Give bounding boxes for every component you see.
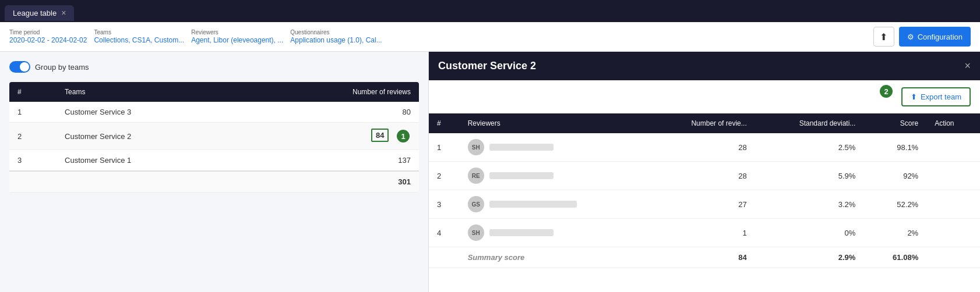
table-row[interactable]: 1 Customer Service 3 80 [9,102,419,123]
summary-empty [429,247,460,268]
total-row: 301 [9,171,419,193]
configuration-button[interactable]: ⚙ Configuration [899,27,971,47]
reviewer-name-blurred [489,172,554,179]
reviews-cell: 27 [647,190,755,219]
summary-score: 61.08% [863,247,926,268]
action-cell [926,190,980,219]
detail-col-score: Score [863,113,926,133]
summary-row: Summary score 84 2.9% 61.08% [429,247,980,268]
reviews-cell: 137 [247,150,419,172]
questionnaires-value: Application usage (1.0), Cal... [290,36,382,44]
panel-toolbar: 2 ⬆ Export team [429,80,980,113]
tab-bar: League table × [0,0,980,22]
step-badge-1: 1 [396,129,411,144]
panel-title: Customer Service 2 [438,60,536,72]
action-cell [926,219,980,247]
upload-button[interactable]: ⬆ [873,27,894,47]
total-empty-team [57,171,247,193]
group-toggle-switch[interactable] [9,61,30,73]
filter-reviewers[interactable]: Reviewers Agent, Libor (eleveoagent), ..… [191,29,283,44]
summary-action [926,247,980,268]
right-panel: Customer Service 2 × 2 ⬆ Export team # R… [428,52,980,292]
filter-teams[interactable]: Teams Collections, CS1A, Custom... [94,29,184,44]
detail-col-rank: # [429,113,460,133]
stddev-cell: 2.5% [755,133,864,162]
league-table-tab[interactable]: League table × [5,5,74,21]
summary-label-cell: Summary score [460,247,648,268]
reviewer-cell: RE [460,162,648,190]
rank-cell: 4 [429,219,460,247]
table-row[interactable]: 2 RE 28 5.9% 92% [429,162,980,190]
detail-col-action: Action [926,113,980,133]
col-reviews: Number of reviews [247,82,419,102]
detail-col-reviewers: Reviewers [460,113,648,133]
rank-cell: 2 [429,162,460,190]
reviews-cell: 80 [247,102,419,123]
rank-cell: 3 [429,190,460,219]
table-row[interactable]: 1 SH 28 2.5% 98.1% [429,133,980,162]
export-icon: ⬆ [911,92,917,101]
reviewer-cell: GS [460,190,648,219]
export-team-button[interactable]: ⬆ Export team [901,87,971,106]
team-cell: Customer Service 2 [57,123,247,150]
col-teams: Teams [57,82,247,102]
filter-actions: ⬆ ⚙ Configuration [873,27,971,47]
teams-value: Collections, CS1A, Custom... [94,36,184,44]
filter-bar: Time period 2020-02-02 - 2024-02-02 Team… [0,22,980,52]
team-cell: Customer Service 1 [57,150,247,172]
detail-col-reviews: Number of revie... [647,113,755,133]
toggle-knob [20,62,29,72]
filter-time-period[interactable]: Time period 2020-02-02 - 2024-02-02 [9,29,87,44]
total-empty-rank [9,171,57,193]
table-row[interactable]: 2 Customer Service 2 84 1 [9,123,419,150]
reviewers-value: Agent, Libor (eleveoagent), ... [191,36,283,44]
sliders-icon: ⚙ [907,33,914,41]
upload-icon: ⬆ [880,31,887,42]
export-label: Export team [921,92,961,101]
avatar: RE [468,168,484,184]
action-cell [926,133,980,162]
highlighted-value: 84 [371,129,389,142]
time-period-label: Time period [9,29,87,35]
teams-label: Teams [94,29,184,35]
panel-header: Customer Service 2 × [429,52,980,80]
time-period-value: 2020-02-02 - 2024-02-02 [9,36,87,44]
configuration-label: Configuration [918,33,963,41]
table-row[interactable]: 3 Customer Service 1 137 [9,150,419,172]
content-area: Group by teams # Teams Number of reviews… [0,52,980,292]
summary-label: Summary score [468,253,525,262]
league-table: # Teams Number of reviews 1 Customer Ser… [9,82,419,193]
panel-close-button[interactable]: × [964,60,971,72]
score-cell: 52.2% [863,190,926,219]
filter-questionnaires[interactable]: Questionnaires Application usage (1.0), … [290,29,382,44]
avatar: GS [468,196,484,212]
reviewer-cell: SH [460,133,648,162]
rank-cell: 2 [9,123,57,150]
table-row[interactable]: 4 SH 1 0% 2% [429,219,980,247]
rank-cell: 3 [9,150,57,172]
team-cell: Customer Service 3 [57,102,247,123]
reviewer-name-blurred [489,201,577,208]
reviews-cell: 84 1 [247,123,419,150]
stddev-cell: 0% [755,219,864,247]
rank-cell: 1 [9,102,57,123]
action-cell [926,162,980,190]
left-panel: Group by teams # Teams Number of reviews… [0,52,428,292]
total-reviews: 301 [247,171,419,193]
score-cell: 92% [863,162,926,190]
avatar: SH [468,139,484,155]
group-toggle: Group by teams [9,61,419,73]
summary-reviews: 84 [647,247,755,268]
rank-cell: 1 [429,133,460,162]
stddev-cell: 5.9% [755,162,864,190]
score-cell: 2% [863,219,926,247]
main-container: Time period 2020-02-02 - 2024-02-02 Team… [0,22,980,292]
reviews-cell: 1 [647,219,755,247]
reviewers-label: Reviewers [191,29,283,35]
score-cell: 98.1% [863,133,926,162]
filter-pills: Time period 2020-02-02 - 2024-02-02 Team… [9,29,382,44]
reviews-cell: 28 [647,162,755,190]
table-row[interactable]: 3 GS 27 3.2% 52.2% [429,190,980,219]
avatar: SH [468,225,484,241]
tab-close-icon[interactable]: × [61,9,66,17]
